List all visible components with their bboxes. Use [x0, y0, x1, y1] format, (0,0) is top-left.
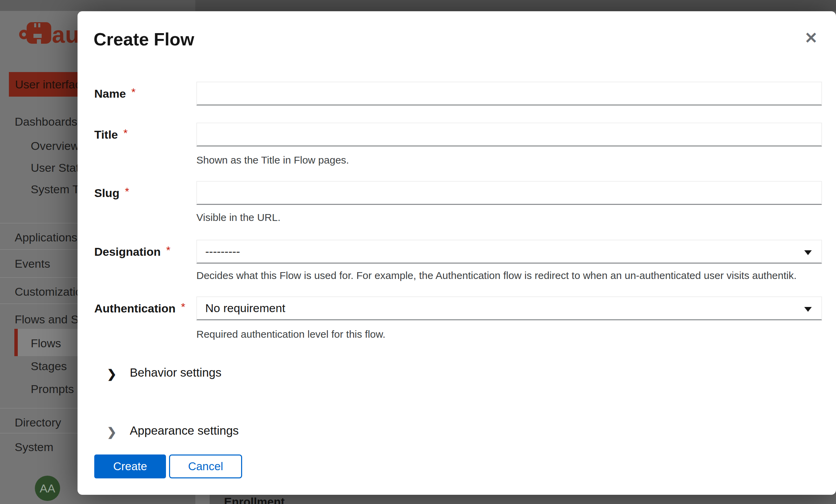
logo-crown-notch	[38, 23, 40, 27]
name-label-col: Name *	[94, 87, 196, 100]
designation-helper-text: Decides what this Flow is used for. For …	[196, 270, 797, 281]
slug-label-col: Slug *	[94, 186, 196, 200]
designation-label: Designation	[94, 245, 161, 258]
avatar-initials: AA	[40, 482, 55, 495]
logo-leg-gap	[37, 39, 41, 44]
title-helper-text: Shown as the Title in Flow pages.	[196, 154, 349, 166]
logo-crown-notch	[34, 23, 36, 27]
top-bar-sidebar-segment	[0, 0, 195, 11]
authentication-helper-text: Required authentication level for this f…	[196, 328, 386, 340]
slug-control	[196, 181, 822, 205]
top-bar-content-segment	[195, 0, 836, 11]
authentication-label-col: Authentication *	[94, 302, 196, 315]
sidebar-item-prompts[interactable]: Prompts	[31, 382, 74, 395]
sidebar-item-flows[interactable]: Flows	[31, 337, 61, 350]
name-label: Name	[94, 87, 126, 100]
sidebar-item-overview[interactable]: Overview	[31, 139, 79, 152]
behavior-settings-toggle[interactable]: Behavior settings	[130, 366, 221, 379]
cancel-button[interactable]: Cancel	[169, 454, 242, 478]
authentication-select-value: No requirement	[205, 302, 285, 315]
designation-label-col: Designation *	[94, 245, 196, 258]
authentication-select[interactable]: No requirement	[196, 296, 822, 320]
background-enrollment-heading: Enrollment	[224, 495, 285, 504]
required-asterisk: *	[125, 185, 129, 198]
authentik-logo-text: au	[52, 21, 80, 48]
modal-title: Create Flow	[94, 29, 194, 50]
create-button[interactable]: Create	[94, 454, 166, 478]
create-flow-modal: Create Flow ✕ Name * Title * Shown as th…	[78, 11, 836, 495]
required-asterisk: *	[131, 86, 136, 99]
logo-slot	[33, 34, 42, 38]
sidebar-item-events[interactable]: Events	[15, 257, 50, 270]
name-input[interactable]	[196, 82, 822, 106]
chevron-down-icon	[804, 307, 812, 312]
sidebar-item-dashboards[interactable]: Dashboards	[15, 115, 77, 128]
title-control	[196, 123, 822, 146]
slug-helper-text: Visible in the URL.	[196, 212, 280, 223]
form-row-name: Name *	[94, 82, 822, 106]
authentication-control: No requirement	[196, 296, 822, 320]
title-input[interactable]	[196, 123, 822, 146]
close-icon[interactable]: ✕	[801, 28, 821, 48]
form-row-slug: Slug *	[94, 181, 822, 205]
form-row-designation: Designation * ---------	[94, 240, 822, 264]
authentication-label: Authentication	[94, 302, 176, 315]
sidebar-item-stages[interactable]: Stages	[31, 360, 67, 373]
chevron-down-icon	[804, 250, 812, 255]
required-asterisk: *	[123, 127, 127, 140]
appearance-settings-toggle[interactable]: Appearance settings	[130, 424, 239, 437]
name-control	[196, 82, 822, 106]
chevron-right-icon[interactable]: ❯	[107, 425, 117, 439]
designation-control: ---------	[196, 240, 822, 264]
form-row-authentication: Authentication * No requirement	[94, 296, 822, 320]
chevron-right-icon[interactable]: ❯	[107, 367, 117, 381]
designation-select[interactable]: ---------	[196, 240, 822, 264]
slug-label: Slug	[94, 186, 120, 200]
title-label-col: Title *	[94, 128, 196, 141]
designation-select-value: ---------	[205, 245, 240, 258]
slug-input[interactable]	[196, 181, 822, 205]
authentik-logo-icon	[27, 22, 51, 44]
sidebar-item-system[interactable]: System	[15, 440, 53, 453]
required-asterisk: *	[166, 244, 170, 257]
sidebar-item-directory[interactable]: Directory	[15, 416, 61, 429]
title-label: Title	[94, 128, 118, 141]
user-interface-label: User interface	[15, 78, 87, 91]
sidebar-item-applications[interactable]: Applications	[15, 231, 77, 244]
avatar[interactable]: AA	[35, 476, 60, 501]
form-row-title: Title *	[94, 123, 822, 146]
required-asterisk: *	[181, 301, 185, 313]
background-table-cell	[195, 495, 210, 504]
